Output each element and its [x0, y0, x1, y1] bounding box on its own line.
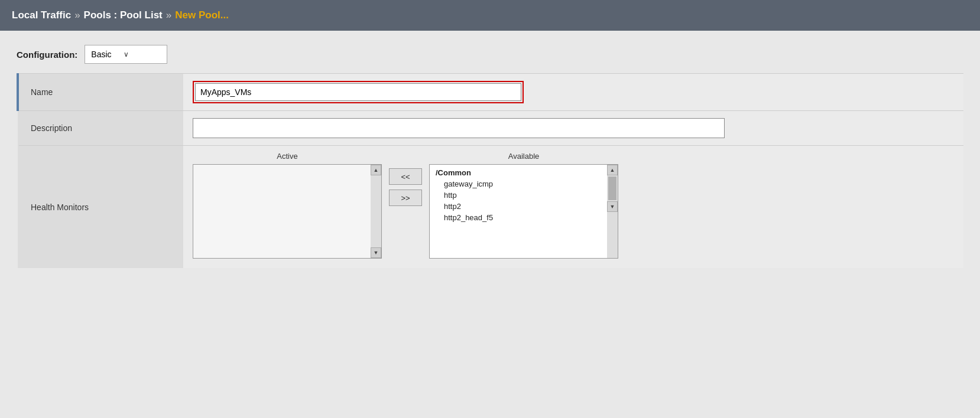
description-row: Description: [18, 111, 963, 146]
breadcrumb-local-traffic: Local Traffic: [12, 9, 71, 21]
name-input[interactable]: [195, 83, 521, 101]
available-list-item[interactable]: http2: [433, 201, 614, 212]
active-scroll-down-icon[interactable]: ▼: [371, 247, 381, 258]
configuration-row: Configuration: Basic ∨: [17, 45, 963, 64]
description-label: Description: [18, 111, 183, 146]
transfer-left-button[interactable]: <<: [389, 168, 422, 185]
configuration-select-value: Basic: [91, 50, 111, 59]
active-scrollbar: ▲ ▼: [371, 165, 381, 258]
available-list-item[interactable]: http: [433, 190, 614, 201]
available-scroll-down-icon[interactable]: ▼: [607, 201, 618, 212]
name-input-wrapper: [193, 81, 524, 103]
transfer-right-button[interactable]: >>: [389, 190, 422, 206]
available-scroll-up-icon[interactable]: ▲: [607, 165, 618, 175]
health-monitors-columns: Active ▲ ▼ << >>: [193, 152, 954, 259]
breadcrumb-sep2: »: [166, 9, 171, 21]
health-monitors-cell: Active ▲ ▼ << >>: [183, 146, 963, 269]
active-scroll-up-icon[interactable]: ▲: [371, 165, 381, 175]
description-input[interactable]: [193, 118, 725, 138]
name-label: Name: [18, 74, 183, 111]
main-content: Configuration: Basic ∨ Name Description …: [0, 31, 980, 280]
available-column: Available /Commongateway_icmphttphttp2ht…: [429, 152, 618, 259]
name-input-cell: [183, 74, 963, 111]
name-row: Name: [18, 74, 963, 111]
available-scroll-thumb: [608, 177, 616, 200]
configuration-select[interactable]: Basic ∨: [85, 45, 167, 64]
breadcrumb-sep1: »: [74, 9, 80, 21]
configuration-label: Configuration:: [17, 50, 77, 60]
available-listbox[interactable]: /Commongateway_icmphttphttp2http2_head_f…: [429, 164, 618, 259]
breadcrumb-current: New Pool...: [175, 9, 229, 21]
active-column: Active ▲ ▼: [193, 152, 382, 259]
available-group-header[interactable]: /Common: [433, 167, 614, 178]
transfer-buttons: << >>: [389, 168, 422, 206]
available-list-item[interactable]: http2_head_f5: [433, 212, 614, 223]
chevron-down-icon: ∨: [124, 50, 129, 58]
breadcrumb-bar: Local Traffic » Pools : Pool List » New …: [0, 0, 980, 31]
active-header: Active: [277, 152, 297, 161]
available-list-item[interactable]: gateway_icmp: [433, 178, 614, 190]
breadcrumb-pools: Pools : Pool List: [84, 9, 163, 21]
active-listbox-inner: [193, 165, 381, 258]
available-listbox-inner: /Commongateway_icmphttphttp2http2_head_f…: [430, 165, 618, 226]
active-listbox[interactable]: ▲ ▼: [193, 164, 382, 259]
description-input-cell: [183, 111, 963, 146]
form-table: Name Description Health Monitors Active: [17, 73, 963, 268]
available-scrollbar: ▲ ▼: [607, 165, 618, 258]
health-monitors-label: Health Monitors: [18, 146, 183, 269]
available-header: Available: [508, 152, 540, 161]
health-monitors-row: Health Monitors Active ▲ ▼: [18, 146, 963, 269]
